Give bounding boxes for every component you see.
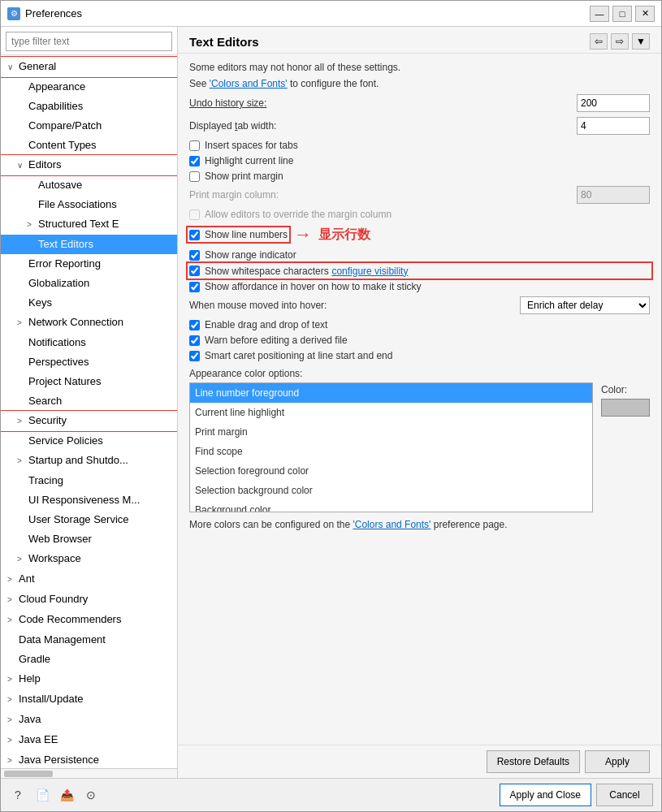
- tree-item-project-natures[interactable]: Project Natures: [1, 372, 177, 391]
- tree-item-security[interactable]: >Security: [1, 411, 177, 431]
- highlight-line-checkbox[interactable]: [189, 156, 200, 166]
- minimize-button[interactable]: —: [590, 6, 609, 22]
- tree-item-network-connection[interactable]: >Network Connection: [1, 313, 177, 333]
- colors-fonts-link-1[interactable]: 'Colors and Fonts': [210, 78, 288, 89]
- tree-item-text-editors[interactable]: Text Editors: [1, 235, 177, 254]
- tree-item-autosave[interactable]: Autosave: [1, 175, 177, 195]
- dropdown-button[interactable]: ▼: [632, 33, 650, 50]
- tree-item-editors[interactable]: ∨Editors: [1, 155, 177, 175]
- tab-input[interactable]: [577, 117, 650, 135]
- configure-visibility-link[interactable]: configure visibility: [331, 266, 408, 277]
- tree-item-install-update[interactable]: >Install/Update: [1, 689, 177, 710]
- window-title: Preferences: [25, 7, 82, 19]
- tree-item-keys[interactable]: Keys: [1, 293, 177, 313]
- apply-button[interactable]: Apply: [585, 750, 650, 773]
- show-line-numbers-checkbox[interactable]: [189, 230, 200, 240]
- appearance-item-3[interactable]: Find scope: [190, 442, 592, 461]
- tree-item-code-recommenders[interactable]: >Code Recommenders: [1, 610, 177, 630]
- settings-icon[interactable]: ⊙: [82, 786, 100, 804]
- title-bar-left: ⚙ Preferences: [7, 7, 82, 20]
- enable-drag-checkbox[interactable]: [189, 320, 200, 330]
- tree-item-label: UI Responsiveness M...: [28, 494, 140, 506]
- tree-item-startup-shutdown[interactable]: >Startup and Shutdo...: [1, 451, 177, 471]
- color-area: Color:: [601, 382, 650, 512]
- expand-icon: >: [7, 572, 17, 588]
- expand-icon: >: [17, 413, 27, 430]
- cancel-button[interactable]: Cancel: [596, 784, 653, 806]
- tree-item-globalization[interactable]: Globalization: [1, 274, 177, 293]
- back-button[interactable]: ⇦: [590, 33, 608, 50]
- expand-icon: >: [7, 692, 17, 708]
- search-input[interactable]: [6, 32, 172, 51]
- tree-item-user-storage[interactable]: User Storage Service: [1, 510, 177, 529]
- close-button[interactable]: ✕: [635, 6, 655, 22]
- tree-item-service-policies[interactable]: Service Policies: [1, 431, 177, 451]
- smart-caret-checkbox[interactable]: [189, 351, 200, 361]
- show-whitespace-checkbox[interactable]: [189, 266, 200, 276]
- tree-item-web-browser[interactable]: Web Browser: [1, 529, 177, 549]
- appearance-item-2[interactable]: Print margin: [190, 422, 592, 442]
- colors-fonts-link-2[interactable]: 'Colors and Fonts': [353, 519, 431, 530]
- appearance-item-6[interactable]: Background color: [190, 500, 592, 512]
- smart-caret-row: Smart caret positioning at line start an…: [189, 350, 650, 361]
- tree-item-label: Content Types: [28, 139, 97, 151]
- tree-item-perspectives[interactable]: Perspectives: [1, 352, 177, 372]
- tree-item-tracing[interactable]: Tracing: [1, 471, 177, 490]
- allow-editors-checkbox[interactable]: [189, 209, 200, 220]
- hover-row: When mouse moved into hover: Enrich afte…: [189, 296, 650, 314]
- annotation-text: 显示行数: [318, 227, 370, 244]
- show-affordance-checkbox[interactable]: [189, 282, 200, 292]
- tree-item-workspace[interactable]: >Workspace: [1, 549, 177, 569]
- tree-item-java-ee[interactable]: >Java EE: [1, 730, 177, 750]
- more-colors-suffix: preference page.: [431, 519, 507, 530]
- tree-item-ant[interactable]: >Ant: [1, 569, 177, 590]
- tree-item-label: Service Policies: [28, 434, 103, 447]
- tree-item-general[interactable]: ∨General: [1, 57, 177, 77]
- color-label: Color:: [601, 384, 627, 395]
- appearance-item-1[interactable]: Current line highlight: [190, 403, 592, 422]
- insert-spaces-checkbox[interactable]: [189, 140, 200, 151]
- tree-item-search[interactable]: Search: [1, 391, 177, 411]
- show-print-margin-checkbox[interactable]: [189, 171, 200, 182]
- tree-scroll-horizontal[interactable]: [1, 768, 177, 778]
- appearance-item-5[interactable]: Selection background color: [190, 481, 592, 500]
- tree-item-capabilities[interactable]: Capabilities: [1, 97, 177, 116]
- tree-item-java[interactable]: >Java: [1, 710, 177, 730]
- warn-before-checkbox[interactable]: [189, 335, 200, 346]
- undo-input[interactable]: [577, 94, 650, 112]
- right-panel: Text Editors ⇦ ⇨ ▼ Some editors may not …: [178, 27, 661, 778]
- color-swatch[interactable]: [601, 399, 650, 417]
- tree-item-label: Autosave: [38, 179, 82, 191]
- tree-item-compare-patch[interactable]: Compare/Patch: [1, 116, 177, 136]
- maximize-button[interactable]: □: [612, 6, 632, 22]
- bottom-right-buttons: Apply and Close Cancel: [500, 784, 653, 806]
- hover-select[interactable]: Enrich after delayNever enrichEnrich imm…: [520, 296, 650, 314]
- tree-item-label: Gradle: [19, 653, 50, 665]
- export-icon[interactable]: 📤: [58, 786, 76, 804]
- tree-item-data-management[interactable]: Data Management: [1, 630, 177, 650]
- tree-item-label: Perspectives: [28, 356, 89, 368]
- forward-button[interactable]: ⇨: [611, 33, 629, 50]
- tree-item-java-persistence[interactable]: >Java Persistence: [1, 750, 177, 768]
- restore-defaults-button[interactable]: Restore Defaults: [487, 750, 580, 773]
- tree-item-appearance[interactable]: Appearance: [1, 77, 177, 97]
- tree-item-structured-text-e[interactable]: >Structured Text E: [1, 214, 177, 235]
- tree-item-notifications[interactable]: Notifications: [1, 333, 177, 352]
- tree-item-error-reporting[interactable]: Error Reporting: [1, 254, 177, 274]
- appearance-item-4[interactable]: Selection foreground color: [190, 461, 592, 481]
- tree-item-cloud-foundry[interactable]: >Cloud Foundry: [1, 590, 177, 610]
- apply-and-close-button[interactable]: Apply and Close: [500, 784, 591, 806]
- document-icon[interactable]: 📄: [33, 786, 51, 804]
- tree-item-gradle[interactable]: Gradle: [1, 650, 177, 669]
- tree-item-file-associations[interactable]: File Associations: [1, 195, 177, 214]
- help-icon[interactable]: ?: [9, 786, 27, 804]
- tree-item-help[interactable]: >Help: [1, 669, 177, 689]
- tree-item-content-types[interactable]: Content Types: [1, 136, 177, 155]
- print-margin-col-row: Print margin column:: [189, 186, 650, 204]
- tree-item-ui-responsiveness[interactable]: UI Responsiveness M...: [1, 490, 177, 510]
- tree-item-label: File Associations: [38, 198, 117, 210]
- appearance-list[interactable]: Line number foregroundCurrent line highl…: [189, 382, 593, 512]
- tree-scroll-bar: [4, 771, 53, 777]
- appearance-item-0[interactable]: Line number foreground: [190, 383, 592, 403]
- show-range-checkbox[interactable]: [189, 250, 200, 261]
